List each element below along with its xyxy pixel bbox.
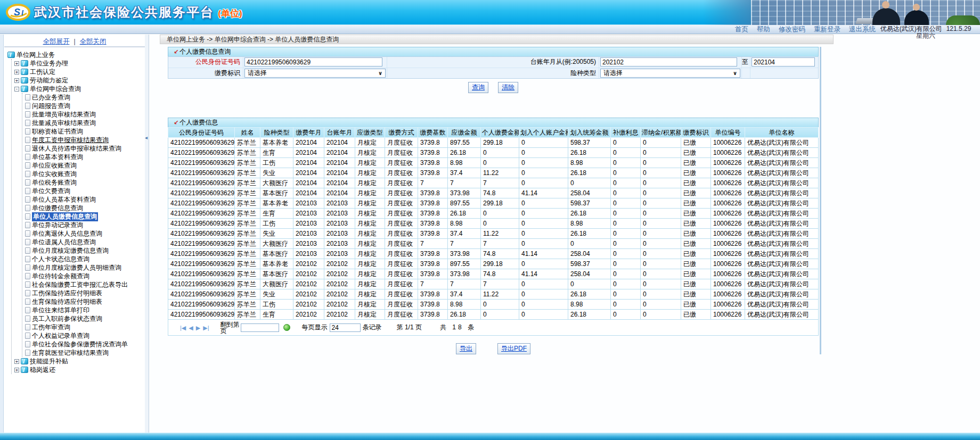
sidebar-item-label[interactable]: 生育就医登记审核结果查询 [32, 348, 109, 358]
sidebar-item-label[interactable]: 单位网上业务 [17, 51, 55, 60]
sidebar-item[interactable]: 生育就医登记审核结果查询 [22, 348, 144, 357]
sidebar-item[interactable]: 单位异动记录查询 [22, 221, 144, 229]
sidebar-item-label[interactable]: 生育保险待遇应付明细表 [32, 297, 102, 306]
query-button[interactable]: 查询 [468, 82, 488, 93]
expand-node-icon[interactable]: + [14, 368, 19, 372]
last-page-icon[interactable]: ▶| [203, 325, 209, 331]
sidebar-item[interactable]: 单位离退休人员信息查询 [22, 229, 144, 238]
sidebar-item[interactable]: 个人卡状态信息查询 [22, 255, 144, 263]
sidebar-item-label[interactable]: 单位应收账查询 [32, 161, 77, 170]
sidebar-item-label[interactable]: 单位月度核定缴费人员明细查询 [32, 263, 121, 272]
sidebar-item-label[interactable]: 员工入职前参保状态查询 [32, 314, 102, 323]
sidebar-item-label[interactable]: 单位欠费查询 [32, 187, 70, 196]
expand-node-icon[interactable]: + [14, 359, 19, 364]
sidebar-item[interactable]: 社会保险缴费工资申报汇总表导出 [22, 280, 144, 289]
expand-node-icon[interactable]: + [14, 61, 19, 66]
sidebar-item-label[interactable]: 单位月度核定缴费信息查询 [32, 246, 109, 255]
sidebar-item-label[interactable]: 劳动能力鉴定 [30, 76, 68, 85]
first-page-icon[interactable]: |◀ [180, 325, 186, 331]
expand-node-icon[interactable]: + [14, 70, 19, 74]
sidebar-item[interactable]: 单位欠费查询 [22, 187, 144, 195]
export-pdf-button[interactable]: 导出PDF [497, 343, 530, 354]
sidebar-item-label[interactable]: 单位离退休人员信息查询 [32, 229, 102, 238]
id-input[interactable] [244, 57, 382, 67]
go-page-icon[interactable] [283, 324, 290, 331]
sidebar-item[interactable]: 批量减员审核结果查询 [22, 119, 144, 127]
sidebar-item-label[interactable]: 稳岗返还 [30, 366, 55, 375]
sidebar-item-label[interactable]: 批量增员审核结果查询 [32, 110, 96, 119]
prev-page-icon[interactable]: ◀ [189, 325, 193, 331]
sidebar-item-label[interactable]: 技能提升补贴 [30, 357, 68, 366]
sidebar-item-label[interactable]: 单位往来结算单打印 [32, 306, 89, 315]
topnav-link[interactable]: 帮助 [757, 25, 770, 34]
sidebar-item-label[interactable]: 单位实收账查询 [32, 170, 77, 179]
sidebar-item-label[interactable]: 已办业务查询 [32, 93, 70, 102]
sidebar-item[interactable]: 单位基本资料查询 [22, 153, 144, 161]
topnav-link[interactable]: 退出系统 [849, 25, 876, 34]
clear-button[interactable]: 清除 [498, 82, 518, 93]
sidebar-item[interactable]: 工伤保险待遇应付明细表 [22, 289, 144, 297]
sidebar-item-label[interactable]: 单位税务账查询 [32, 178, 77, 187]
sidebar-folder[interactable]: - 单位网申综合查询 [12, 85, 144, 93]
sidebar-item[interactable]: 退休人员待遇申报审核结果查询 [22, 144, 144, 153]
export-button[interactable]: 导出 [456, 343, 476, 354]
sidebar-item-label[interactable]: 批量减员审核结果查询 [32, 119, 96, 128]
sidebar-item-label[interactable]: 个人卡状态信息查询 [32, 255, 89, 264]
sidebar-folder[interactable]: + 工伤认定 [12, 68, 144, 76]
sidebar-item-label[interactable]: 单位遗属人员信息查询 [32, 238, 96, 247]
sidebar-item-label[interactable]: 工伤年审查询 [32, 323, 70, 332]
topnav-link[interactable]: 重新登录 [814, 25, 840, 34]
sidebar-item[interactable]: 单位税务账查询 [22, 178, 144, 187]
period-to-input[interactable] [752, 57, 815, 67]
sidebar-item-label[interactable]: 工伤保险待遇应付明细表 [32, 289, 102, 298]
sidebar-item-label[interactable]: 单位业务办理 [30, 59, 68, 68]
sidebar-item[interactable]: 单位月度核定缴费人员明细查询 [22, 263, 144, 272]
sidebar-item[interactable]: 批量增员审核结果查询 [22, 110, 144, 119]
sidebar-item[interactable]: 员工入职前参保状态查询 [22, 314, 144, 323]
insurance-type-select[interactable]: 请选择 ∨ [600, 69, 740, 78]
sidebar-item-label[interactable]: 工伤认定 [30, 68, 55, 77]
sidebar-item[interactable]: 生育保险待遇应付明细表 [22, 297, 144, 306]
sidebar-item[interactable]: 单位人员缴费信息查询 [22, 212, 144, 221]
sidebar-item[interactable]: 单位往来结算单打印 [22, 306, 144, 314]
sidebar-item[interactable]: 单位月度核定缴费信息查询 [22, 246, 144, 255]
goto-page-input[interactable] [241, 323, 279, 332]
sidebar-folder[interactable]: + 技能提升补贴 [12, 357, 144, 366]
collapse-sidebar-icon[interactable]: ◂ [145, 135, 148, 140]
expand-all-link[interactable]: 全部展开 [43, 38, 69, 45]
sidebar-item-label[interactable]: 单位社会保险参保缴费情况查询单 [32, 340, 128, 349]
expand-node-icon[interactable]: + [14, 78, 19, 83]
sidebar-item[interactable]: 职称资格证书查询 [22, 127, 144, 136]
next-page-icon[interactable]: ▶ [196, 325, 200, 331]
topnav-link[interactable]: 首页 [735, 25, 748, 34]
sidebar-item-label[interactable]: 单位人员缴费信息查询 [32, 212, 98, 221]
sidebar-item-label[interactable]: 单位异动记录查询 [32, 221, 83, 230]
sidebar-item-label[interactable]: 单位缴费信息查询 [32, 204, 83, 213]
per-page-input[interactable] [330, 323, 361, 332]
topnav-link[interactable]: 修改密码 [779, 25, 805, 34]
sidebar-item-label[interactable]: 社会保险缴费工资申报汇总表导出 [32, 280, 128, 289]
sidebar-item[interactable]: 问题报告查询 [22, 102, 144, 110]
sidebar-item[interactable]: 单位实收账查询 [22, 170, 144, 178]
sidebar-item-label[interactable]: 单位待转金余额查询 [32, 272, 89, 281]
sidebar-item-label[interactable]: 年度工资申报审核结果查询 [32, 136, 109, 145]
sidebar-item[interactable]: 单位人员基本资料查询 [22, 195, 144, 204]
sidebar-item[interactable]: 已办业务查询 [22, 93, 144, 102]
pay-flag-select[interactable]: 请选择 ∨ [244, 69, 386, 78]
sidebar-item-label[interactable]: 退休人员待遇申报审核结果查询 [32, 144, 121, 153]
sidebar-item[interactable]: 年度工资申报审核结果查询 [22, 136, 144, 144]
sidebar-splitter[interactable]: ◂ [145, 35, 149, 433]
sidebar-item-label[interactable]: 单位网申综合查询 [30, 85, 81, 94]
sidebar-item[interactable]: 工伤年审查询 [22, 323, 144, 331]
sidebar-folder[interactable]: + 劳动能力鉴定 [12, 76, 144, 85]
sidebar-item-label[interactable]: 问题报告查询 [32, 102, 70, 111]
sidebar-folder[interactable]: + 稳岗返还 [12, 366, 144, 374]
collapse-node-icon[interactable]: - [14, 87, 19, 92]
sidebar-item-label[interactable]: 单位基本资料查询 [32, 153, 83, 162]
sidebar-item-label[interactable]: 单位人员基本资料查询 [32, 195, 96, 204]
sidebar-item[interactable]: 单位待转金余额查询 [22, 272, 144, 280]
period-from-input[interactable] [600, 57, 737, 67]
sidebar-item[interactable]: 单位应收账查询 [22, 161, 144, 170]
sidebar-item[interactable]: 单位缴费信息查询 [22, 204, 144, 212]
collapse-all-link[interactable]: 全部关闭 [80, 38, 107, 45]
